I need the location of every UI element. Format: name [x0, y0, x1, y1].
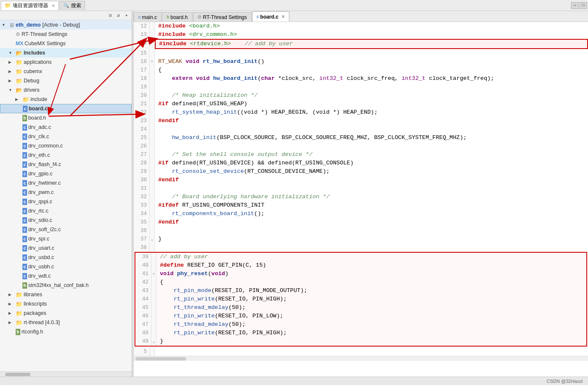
code-hscroll[interactable] [134, 356, 588, 361]
code-row-45: 45 rt_thread_mdelay(50); [135, 303, 586, 312]
code-row-16: 16 ▽ RT_WEAK void rt_hw_board_init() [134, 57, 588, 66]
code-line-14: #include <rtdevice.h> // add by user [155, 39, 588, 49]
list-item[interactable]: c drv_qspi.c [0, 197, 132, 206]
sidebar-item-cubemx[interactable]: ▶ 📁 cubemx [0, 67, 132, 76]
collapse-all-icon[interactable]: ⊟ [107, 12, 114, 19]
project-icon: 🖥 [9, 22, 14, 28]
code-line-16: RT_WEAK void rt_hw_board_init() [155, 57, 588, 66]
list-item[interactable]: c drv_usart.c [0, 243, 132, 253]
sidebar-item-libraries[interactable]: ▶ 📁 libraries [0, 290, 132, 299]
code-line-39: // add by user [157, 253, 586, 261]
list-item[interactable]: c drv_flash_f4.c [0, 160, 132, 169]
code-line-36 [155, 227, 588, 235]
code-line-44: rt_pin_write(RESET_IO, PIN_HIGH); [157, 295, 586, 303]
sidebar-item-packages[interactable]: ▶ 📁 packages [0, 309, 132, 318]
includes-label: Includes [24, 50, 45, 56]
line-number-12: 12 [134, 22, 150, 30]
cubemx-label: cubemx [24, 68, 42, 74]
project-explorer-tab[interactable]: 📁 项目资源管理器 ✕ [1, 1, 59, 10]
line-number-36: 36 [134, 227, 150, 235]
cubemx-icon: MX [16, 41, 23, 46]
main-c-label: main.c [142, 14, 157, 20]
search-tab[interactable]: 🔍 搜索 [60, 1, 85, 10]
line-number-47: 47 [135, 320, 151, 329]
list-item[interactable]: c drv_hwtimer.c [0, 178, 132, 188]
tab-board-c[interactable]: c board.c ✕ [252, 11, 290, 22]
close-board-c-icon[interactable]: ✕ [281, 14, 285, 19]
linkscripts-label: linkscripts [24, 301, 47, 307]
fold-marker-41[interactable]: ▽ [151, 270, 157, 278]
tree-hscroll[interactable] [0, 371, 132, 377]
code-row-29: 29 rt_console_set_device(RT_CONSOLE_DEVI… [134, 167, 588, 176]
tab-board-h[interactable]: h board.h [162, 12, 192, 22]
rt-thread-label: rt-thread [4.0.3] [24, 319, 60, 325]
workspace: ⊟ ⇄ ▾ ▼ 🖥 eth_demo [Active - Debug] ⚙ RT… [0, 11, 588, 377]
sidebar-item-cubemx-settings[interactable]: MX CubeMX Settings [0, 39, 132, 48]
list-item[interactable]: c drv_usbd.c [0, 253, 132, 262]
list-item[interactable]: c drv_clk.c [0, 132, 132, 141]
code-row-25: 25 hw_board_init(BSP_CLOCK_SOURCE, BSP_C… [134, 134, 588, 142]
list-item[interactable]: c drv_pwm.c [0, 188, 132, 197]
list-item[interactable]: c drv_sdio.c [0, 216, 132, 225]
file-c-icon: c [22, 264, 27, 270]
search-tab-label: 搜索 [71, 2, 81, 9]
line-number-45: 45 [135, 303, 151, 312]
list-item[interactable]: c drv_gpio.c [0, 169, 132, 178]
list-item[interactable]: c drv_rtc.c [0, 206, 132, 216]
link-editor-icon[interactable]: ⇄ [115, 12, 122, 19]
sidebar-item-board-c[interactable]: c board.c [0, 104, 132, 113]
code-editor[interactable]: 12 #include <board.h> 13 #include <drv_c… [134, 22, 588, 377]
board-h-label: board.h [28, 115, 46, 121]
code-row-44: 44 rt_pin_write(RESET_IO, PIN_HIGH); [135, 295, 586, 303]
code-line-32: /* Board underlying hardware initializat… [155, 193, 588, 201]
sidebar-item-linkscripts[interactable]: ▶ 📁 linkscripts [0, 299, 132, 309]
list-item[interactable]: c drv_wdt.c [0, 271, 132, 281]
tree-item-project-root[interactable]: ▼ 🖥 eth_demo [Active - Debug] [0, 20, 132, 30]
sidebar-item-rt-thread-settings[interactable]: ⚙ RT-Thread Settings [0, 30, 132, 39]
list-item[interactable]: c drv_soft_i2c.c [0, 225, 132, 234]
line-number-37: 37 [134, 235, 150, 243]
sidebar-item-rtconfig-h[interactable]: h rtconfig.h [0, 327, 132, 336]
drivers-arrow: ▼ [8, 88, 14, 92]
list-item[interactable]: c drv_common.c [0, 141, 132, 150]
tab-main-c[interactable]: c main.c [134, 12, 162, 22]
code-row-21: 21 #if defined(RT_USING_HEAP) [134, 100, 588, 108]
file-c-icon: c [22, 245, 27, 251]
tab-rt-thread-settings[interactable]: ⚙ RT-Thread Settings [193, 12, 252, 22]
code-line-46: rt_pin_write(RESET_IO, PIN_LOW); [157, 312, 586, 320]
sidebar-item-drivers[interactable]: ▼ 📂 drivers [0, 85, 132, 95]
code-line-27: /* Set the shell console output device *… [155, 150, 588, 159]
code-line-26 [155, 142, 588, 150]
sidebar-item-applications[interactable]: ▶ 📁 applications [0, 57, 132, 67]
fold-marker-49[interactable]: △ [151, 337, 157, 346]
close-tab-icon[interactable]: ✕ [52, 3, 55, 8]
code-line-23: #endif [155, 117, 588, 125]
sidebar-item-include[interactable]: ▶ 📁 include [0, 95, 132, 104]
list-item[interactable]: h stm32f4xx_hal_conf_bak.h [0, 281, 132, 290]
list-item[interactable]: c drv_adc.c [0, 123, 132, 132]
rtt-settings-tab-label: RT-Thread Settings [203, 14, 247, 20]
fold-marker-16[interactable]: ▽ [150, 57, 155, 66]
drivers-folder-icon: 📂 [16, 87, 22, 93]
more-options-icon[interactable]: ▾ [123, 12, 130, 19]
sidebar-item-rt-thread[interactable]: ▶ 📁 rt-thread [4.0.3] [0, 318, 132, 327]
line-number-38: 38 [134, 243, 150, 252]
fold-marker-37[interactable]: △ [150, 235, 155, 243]
status-bar: CSDN @32Haozi [0, 377, 588, 385]
drivers-label: drivers [24, 87, 40, 93]
apps-arrow: ▶ [8, 60, 14, 64]
list-item[interactable]: c drv_usbh.c [0, 262, 132, 271]
minimize-btn[interactable]: ─ [571, 2, 579, 9]
sidebar-item-includes[interactable]: ▼ 📂 Includes [0, 48, 132, 57]
code-line-43: rt_pin_mode(RESET_IO, PIN_MODE_OUTPUT); [157, 287, 586, 295]
sidebar-item-debug[interactable]: ▶ 📁 Debug [0, 76, 132, 85]
file-c-icon: c [22, 161, 27, 168]
maximize-btn[interactable]: □ [580, 2, 587, 9]
code-line-31 [155, 184, 588, 193]
code-line-30: #endif [155, 176, 588, 184]
code-row-23: 23 #endif [134, 117, 588, 125]
drv-adc-label: drv_adc.c [28, 124, 51, 130]
list-item[interactable]: c drv_eth.c [0, 150, 132, 160]
list-item[interactable]: c drv_spi.c [0, 234, 132, 243]
sidebar-item-board-h[interactable]: h board.h [0, 113, 132, 123]
